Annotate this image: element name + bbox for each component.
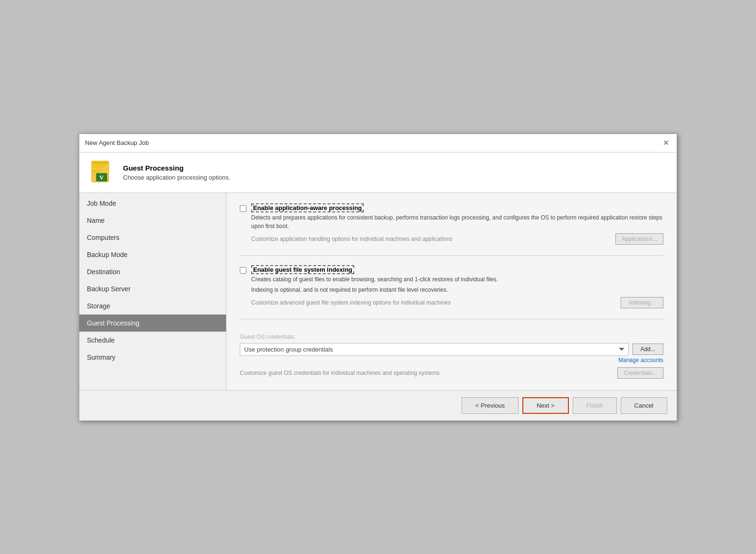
indexing-label: Enable guest file system indexing [251,265,354,274]
header-title: Guest Processing [123,164,230,172]
indexing-desc2: Indexing is optional, and is not require… [251,286,663,294]
indexing-checkbox[interactable] [240,267,246,274]
credentials-row: Use protection group credentials Add... [240,343,663,356]
header-section: V Guest Processing Choose application pr… [79,153,677,193]
app-aware-desc: Detects and prepares applications for co… [251,213,663,230]
close-button[interactable]: ✕ [661,138,671,148]
header-subtitle: Choose application processing options. [123,174,230,181]
svg-rect-5 [93,172,100,172]
indexing-customize-text: Customize advanced guest file system ind… [251,299,451,306]
sidebar-item-backup-mode[interactable]: Backup Mode [79,246,226,263]
sidebar-item-backup-server[interactable]: Backup Server [79,280,226,297]
svg-rect-3 [93,167,104,168]
app-aware-content: Enable application-aware processing Dete… [251,204,663,245]
app-aware-customize: Customize application handling options f… [251,233,663,245]
app-aware-option-row: Enable application-aware processing Dete… [240,204,663,245]
sidebar-item-guest-processing[interactable]: Guest Processing [79,315,226,332]
sidebar-item-destination[interactable]: Destination [79,263,226,280]
footer: < Previous Next > Finish Cancel [79,390,677,420]
customize-creds-row: Customize guest OS credentials for indiv… [240,367,663,379]
cancel-button[interactable]: Cancel [621,397,667,414]
svg-rect-4 [93,170,102,171]
title-bar: New Agent Backup Job ✕ [79,134,677,153]
sidebar-item-storage[interactable]: Storage [79,297,226,315]
finish-button[interactable]: Finish [573,397,617,414]
indexing-customize: Customize advanced guest file system ind… [251,297,663,308]
indexing-section: Enable guest file system indexing Create… [240,266,663,308]
sidebar-item-schedule[interactable]: Schedule [79,332,226,349]
header-text: Guest Processing Choose application proc… [123,164,230,181]
applications-button[interactable]: Applications... [615,233,663,245]
manage-accounts-row: Manage accounts [240,357,663,363]
sidebar-item-summary[interactable]: Summary [79,349,226,366]
sidebar-item-computers[interactable]: Computers [79,229,226,246]
svg-rect-1 [93,162,108,164]
content-area: Job Mode Name Computers Backup Mode Dest… [79,193,677,390]
next-button[interactable]: Next > [522,397,569,414]
app-aware-label: Enable application-aware processing [251,203,364,212]
add-credentials-button[interactable]: Add... [633,344,663,355]
indexing-option-row: Enable guest file system indexing Create… [240,266,663,308]
credentials-label: Guest OS credentials: [240,334,663,340]
customize-creds-text: Customize guest OS credentials for indiv… [240,370,440,376]
sidebar: Job Mode Name Computers Backup Mode Dest… [79,193,227,390]
indexing-content: Enable guest file system indexing Create… [251,266,663,308]
app-aware-customize-text: Customize application handling options f… [251,236,453,242]
dialog-title: New Agent Backup Job [85,139,149,146]
sidebar-item-job-mode[interactable]: Job Mode [79,195,226,212]
app-aware-checkbox[interactable] [240,205,246,212]
credentials-select[interactable]: Use protection group credentials [240,343,629,356]
dialog: New Agent Backup Job ✕ V Guest Processin… [79,134,677,421]
indexing-button[interactable]: Indexing... [621,297,663,308]
header-icon: V [89,159,115,186]
previous-button[interactable]: < Previous [462,397,519,414]
svg-rect-2 [93,165,106,166]
credentials-section: Guest OS credentials: Use protection gro… [240,334,663,379]
indexing-desc1: Creates catalog of guest files to enable… [251,275,663,284]
svg-text:V: V [99,174,104,181]
main-panel: Enable application-aware processing Dete… [227,193,677,390]
app-aware-section: Enable application-aware processing Dete… [240,204,663,245]
manage-accounts-link[interactable]: Manage accounts [618,357,663,363]
credentials-button[interactable]: Credentials... [617,367,663,379]
sidebar-item-name[interactable]: Name [79,212,226,229]
